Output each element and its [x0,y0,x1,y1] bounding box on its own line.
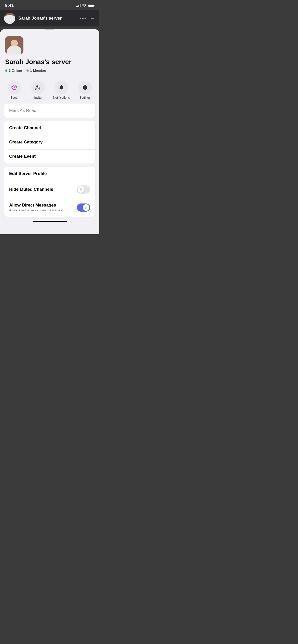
create-menu-section: Create Channel Create Category Create Ev… [4,121,95,164]
create-category-item[interactable]: Create Category [4,135,95,149]
server-avatar [5,36,23,54]
action-row: Boost Invite [0,77,99,101]
bg-server-avatar [4,13,15,24]
boost-action[interactable]: Boost [5,81,23,99]
status-bar: 9:41 [0,0,99,10]
boost-label: Boost [10,96,18,99]
sheet-header: Sarah Jonas's server 1 Online 1 Member [0,34,99,77]
toggle-thumb-on: ✓ [83,204,89,211]
settings-action[interactable]: Settings [76,81,94,99]
invite-label: Invite [34,96,42,99]
profile-menu-section: Edit Server Profile Hide Muted Channels … [4,167,95,217]
signal-icon [76,4,80,7]
allow-dm-label: Allow Direct Messages [9,203,77,208]
notifications-label: Notifications [53,96,70,99]
online-count: 1 Online [9,68,22,72]
create-event-label: Create Event [9,154,36,159]
settings-icon [82,84,88,91]
battery-icon [88,4,94,7]
boost-icon [11,84,17,91]
status-time: 9:41 [5,3,14,8]
member-stat: 1 Member [26,68,46,72]
create-category-label: Create Category [9,140,43,145]
invite-icon-wrap [31,81,45,94]
allow-dm-left: Allow Direct Messages Anyone in the serv… [9,203,77,212]
notifications-icon [58,84,64,91]
edit-server-profile-label: Edit Server Profile [9,171,47,176]
create-channel-item[interactable]: Create Channel [4,121,95,135]
settings-label: Settings [79,96,90,99]
settings-icon-wrap [78,81,92,94]
online-stat: 1 Online [5,68,22,72]
wifi-icon [82,4,86,8]
bg-app-header: Sarah Jonas's server ••• ← [0,10,99,26]
allow-dm-toggle[interactable]: ✓ [77,203,90,212]
hide-muted-channels-toggle[interactable]: ✕ [77,185,90,194]
toggle-check-icon: ✓ [85,206,88,210]
allow-dm-sublabel: Anyone in the server can message you [9,208,77,212]
toggle-x-icon: ✕ [79,187,83,192]
server-name: Sarah Jonas's server [5,58,94,66]
member-dot [26,69,29,72]
invite-icon [35,84,41,91]
hide-muted-channels-label: Hide Muted Channels [9,187,53,192]
server-stats: 1 Online 1 Member [5,68,94,72]
pull-handle[interactable] [45,29,54,30]
bg-more-button[interactable]: ••• [80,16,87,21]
edit-server-profile-item[interactable]: Edit Server Profile [4,167,95,181]
bg-server-title: Sarah Jonas's server [18,16,77,21]
mark-read-section: Mark As Read [0,101,99,121]
hide-muted-channels-left: Hide Muted Channels [9,187,77,192]
svg-point-0 [36,85,38,87]
bottom-sheet: Sarah Jonas's server 1 Online 1 Member B… [0,29,99,234]
boost-icon-wrap [7,81,21,94]
allow-direct-messages-item[interactable]: Allow Direct Messages Anyone in the serv… [4,198,95,217]
mark-as-read-button[interactable]: Mark As Read [4,104,95,118]
create-channel-label: Create Channel [9,125,41,130]
toggle-thumb-off: ✕ [78,186,84,193]
home-indicator [33,221,67,222]
notifications-icon-wrap [55,81,68,94]
create-event-item[interactable]: Create Event [4,149,95,164]
hide-muted-channels-item[interactable]: Hide Muted Channels ✕ [4,181,95,198]
status-icons [76,4,94,8]
member-count: 1 Member [30,68,46,72]
online-dot [5,69,7,72]
notifications-action[interactable]: Notifications [52,81,70,99]
bg-back-button[interactable]: ← [90,15,95,22]
invite-action[interactable]: Invite [29,81,47,99]
